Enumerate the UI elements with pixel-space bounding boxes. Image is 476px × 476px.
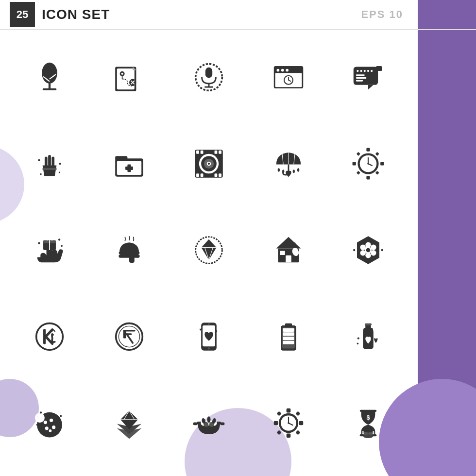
svg-rect-36: [356, 80, 363, 82]
svg-rect-1: [49, 82, 51, 89]
clock-settings-icon[interactable]: [328, 120, 408, 207]
battery-icon[interactable]: [249, 293, 328, 380]
svg-point-90: [58, 238, 60, 240]
rupee-coin-icon[interactable]: [89, 293, 169, 380]
svg-text:$: $: [362, 430, 364, 435]
svg-point-44: [59, 163, 61, 165]
svg-point-144: [357, 343, 359, 345]
svg-rect-172: [287, 408, 291, 413]
gear-timer-icon[interactable]: [249, 380, 328, 466]
gift-hand-icon[interactable]: [10, 207, 89, 293]
svg-rect-58: [201, 173, 204, 177]
svg-point-117: [353, 249, 355, 251]
svg-rect-60: [219, 173, 221, 177]
svg-rect-76: [380, 162, 384, 165]
svg-rect-74: [366, 176, 370, 179]
svg-rect-174: [274, 421, 278, 425]
svg-rect-51: [125, 167, 133, 170]
svg-rect-163: [221, 423, 225, 425]
svg-marker-96: [201, 239, 217, 260]
svg-rect-77: [357, 152, 360, 156]
svg-rect-80: [375, 171, 379, 175]
svg-point-85: [367, 163, 369, 165]
svg-point-46: [59, 172, 60, 173]
svg-point-149: [45, 426, 49, 430]
svg-rect-57: [196, 173, 199, 177]
food-serving-icon[interactable]: [89, 207, 169, 293]
svg-point-20: [286, 69, 289, 72]
svg-rect-54: [201, 151, 204, 154]
svg-rect-139: [283, 337, 294, 340]
leaf-plant-icon[interactable]: [10, 34, 89, 120]
svg-rect-137: [283, 328, 294, 332]
svg-point-170: [207, 416, 210, 423]
svg-point-43: [38, 159, 40, 161]
svg-rect-34: [356, 74, 365, 76]
svg-rect-162: [193, 423, 198, 425]
svg-rect-140: [283, 341, 294, 344]
svg-rect-107: [293, 242, 296, 248]
svg-rect-175: [299, 421, 304, 425]
browser-clock-icon[interactable]: [249, 34, 328, 120]
svg-rect-42: [43, 168, 57, 170]
svg-rect-186: [360, 410, 377, 412]
french-fries-icon[interactable]: [10, 120, 89, 207]
svg-point-146: [44, 421, 47, 424]
microphone-search-icon[interactable]: [169, 34, 249, 120]
money-hourglass-icon[interactable]: $ $ $: [328, 380, 408, 466]
svg-point-119: [36, 323, 63, 350]
layers-diamond-icon[interactable]: [89, 380, 169, 466]
svg-point-33: [371, 70, 373, 72]
svg-point-116: [366, 248, 371, 253]
water-bottle-heart-icon[interactable]: [328, 293, 408, 380]
svg-point-19: [281, 69, 284, 72]
svg-marker-102: [276, 237, 301, 249]
svg-rect-41: [51, 157, 54, 168]
header-badge: 25: [10, 2, 35, 27]
svg-point-132: [208, 323, 210, 325]
header: 25 ICON SET EPS 10: [0, 0, 476, 29]
svg-point-191: [363, 435, 373, 438]
svg-rect-105: [280, 251, 285, 255]
eco-house-icon[interactable]: [249, 207, 328, 293]
svg-line-124: [53, 330, 55, 332]
header-title: ICON SET: [42, 7, 361, 22]
umbrella-heart-icon[interactable]: [249, 120, 328, 207]
diamond-icon[interactable]: [169, 207, 249, 293]
vinyl-record-icon[interactable]: [169, 120, 249, 207]
svg-point-154: [60, 415, 62, 417]
svg-point-65: [208, 163, 210, 165]
svg-rect-179: [295, 430, 300, 435]
svg-point-91: [61, 245, 63, 247]
svg-point-71: [293, 170, 295, 173]
svg-rect-78: [375, 152, 379, 156]
svg-rect-177: [295, 411, 300, 416]
icon-grid: $ $ $: [10, 34, 408, 466]
svg-rect-104: [286, 255, 291, 262]
svg-rect-79: [357, 171, 360, 175]
svg-rect-173: [287, 434, 291, 438]
pot-food-icon[interactable]: [169, 380, 249, 466]
svg-point-30: [360, 70, 362, 72]
map-route-icon[interactable]: [89, 34, 169, 120]
medical-folder-icon[interactable]: [89, 120, 169, 207]
svg-rect-39: [45, 157, 48, 168]
svg-point-8: [121, 73, 123, 75]
thank-you-chat-icon[interactable]: [328, 34, 408, 120]
cookie-icon[interactable]: [10, 380, 89, 466]
mobile-heart-icon[interactable]: [169, 293, 249, 380]
czech-koruna-icon[interactable]: [10, 293, 89, 380]
svg-rect-35: [356, 77, 367, 79]
svg-rect-75: [353, 162, 356, 165]
svg-point-72: [297, 168, 299, 171]
svg-point-45: [40, 173, 42, 175]
svg-rect-48: [115, 156, 127, 160]
svg-point-118: [381, 249, 383, 251]
svg-point-184: [288, 422, 289, 424]
flower-hexagon-icon[interactable]: [328, 207, 408, 293]
svg-point-32: [367, 70, 369, 72]
svg-rect-53: [196, 151, 199, 154]
svg-rect-56: [219, 151, 221, 154]
svg-point-152: [36, 424, 38, 425]
svg-rect-135: [285, 323, 292, 326]
